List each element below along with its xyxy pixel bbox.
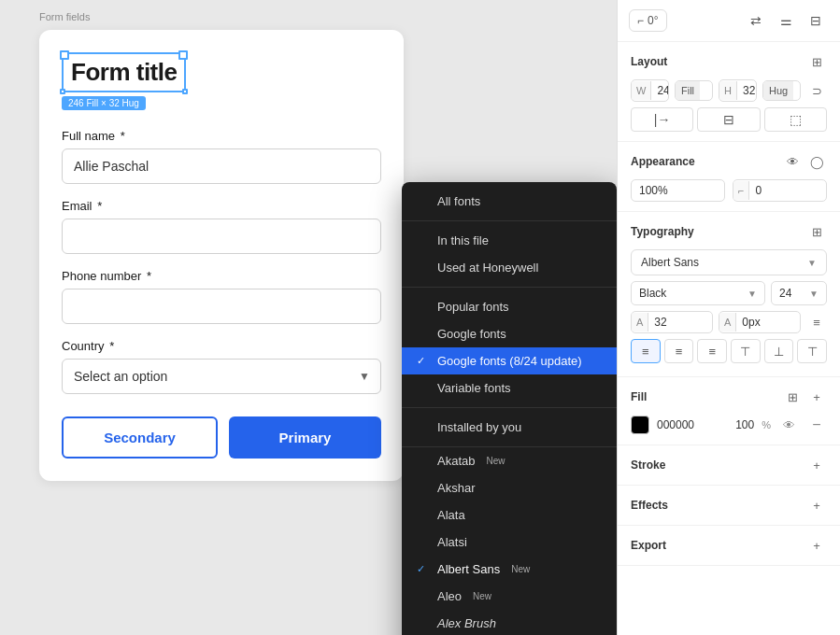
full-name-label: Full name *	[62, 129, 381, 143]
country-label: Country *	[62, 339, 381, 353]
fill-field[interactable]: Fill	[675, 80, 713, 101]
email-input[interactable]	[62, 219, 381, 254]
typography-options-icon[interactable]: ⊞	[806, 221, 827, 242]
primary-button[interactable]: Primary	[229, 416, 381, 459]
font-badge-albert-sans: New	[511, 564, 530, 574]
height-value: 32	[737, 80, 757, 101]
appearance-eye-icon[interactable]: 👁	[782, 151, 803, 172]
font-size-field[interactable]: 24 ▼	[771, 281, 827, 305]
font-item-all-fonts[interactable]: All fonts	[402, 188, 617, 215]
font-item-popular[interactable]: Popular fonts	[402, 293, 617, 320]
width-field[interactable]: W 246	[631, 79, 669, 102]
font-item-installed-label: Installed by you	[437, 420, 521, 434]
font-item-in-this-file[interactable]: In this file	[402, 227, 617, 254]
text-valign-middle-btn[interactable]: ⊥	[764, 339, 794, 363]
fill-color-swatch[interactable]	[631, 416, 649, 434]
font-weight-label: Black	[639, 287, 666, 300]
stroke-add-icon[interactable]: +	[806, 455, 827, 475]
width-value: 246	[651, 80, 669, 101]
layout-section-header: Layout ⊞	[631, 51, 827, 72]
font-item-variable-label: Variable fonts	[437, 381, 511, 395]
align-right-btn[interactable]: ⬚	[764, 107, 827, 132]
font-list-item-akatab[interactable]: Akatab New	[402, 447, 617, 474]
fill-options-icon[interactable]: ⊞	[782, 387, 803, 407]
font-item-google[interactable]: Google fonts	[402, 320, 617, 347]
phone-input[interactable]	[62, 289, 381, 324]
effects-section-header: Effects +	[631, 495, 827, 515]
font-item-popular-label: Popular fonts	[437, 300, 509, 314]
font-item-in-this-file-label: In this file	[437, 233, 489, 247]
hug-field[interactable]: Hug	[762, 80, 801, 101]
secondary-button[interactable]: Secondary	[62, 416, 218, 459]
typography-section-title: Typography	[631, 225, 694, 238]
layout-align-row: |→ ⊟ ⬚	[631, 107, 827, 132]
width-label: W	[632, 81, 651, 100]
font-list-item-akshar[interactable]: Akshar	[402, 474, 617, 501]
font-family-selector[interactable]: Albert Sans ▼	[631, 249, 827, 275]
effects-add-icon[interactable]: +	[806, 495, 827, 515]
font-weight-arrow-icon: ▼	[747, 289, 757, 299]
text-align-center-btn[interactable]: ≡	[664, 339, 694, 363]
distribute-icon[interactable]: ⚌	[773, 7, 799, 34]
corner-handle-br[interactable]	[182, 89, 188, 94]
font-item-used-at[interactable]: Used at Honeywell	[402, 254, 617, 281]
font-item-google-update[interactable]: ✓ Google fonts (8/24 update)	[402, 347, 617, 374]
corner-handle-bl[interactable]	[60, 89, 65, 94]
font-item-variable[interactable]: Variable fonts	[402, 374, 617, 402]
font-name-alatsi: Alatsi	[437, 535, 467, 549]
text-valign-top-btn[interactable]: ⊤	[731, 339, 761, 363]
form-fields-label: Form fields	[39, 11, 90, 22]
font-item-installed[interactable]: Installed by you	[402, 414, 617, 441]
align-left-btn[interactable]: |→	[631, 107, 693, 132]
typography-extra-icon[interactable]: ≡	[806, 312, 827, 332]
form-card: Form title 246 Fill × 32 Hug Full name *…	[39, 30, 404, 481]
fill-add-icon[interactable]: +	[806, 387, 827, 407]
form-title-box[interactable]: Form title	[62, 52, 186, 92]
align-icon[interactable]: ⊟	[803, 7, 829, 34]
canvas-area: Form fields Form title 246 Fill × 32 Hug…	[0, 0, 617, 635]
fill-opacity-symbol: %	[762, 419, 771, 430]
right-panel: ⌐ 0° ⇄ ⚌ ⊟ Layout ⊞ W 246 Fill H 32	[617, 0, 840, 635]
toolbar-icons-group: ⇄ ⚌ ⊟	[743, 7, 829, 34]
font-item-used-at-label: Used at Honeywell	[437, 261, 538, 275]
font-list-item-albert-sans[interactable]: ✓ Albert Sans New	[402, 556, 617, 583]
font-name-albert-sans: Albert Sans	[437, 562, 500, 576]
font-list-item-alata[interactable]: Alata	[402, 501, 617, 529]
full-name-input[interactable]	[62, 148, 381, 184]
height-field[interactable]: H 32	[719, 79, 757, 102]
font-list-item-aleo[interactable]: Aleo New	[402, 583, 617, 610]
letter-spacing-value: 0px	[736, 312, 765, 332]
phone-field-group: Phone number *	[62, 269, 381, 324]
country-select-wrapper: Select an option ▼	[62, 359, 381, 394]
rotation-value: 0°	[648, 14, 658, 27]
font-list-item-alex-brush[interactable]: Alex Brush	[402, 610, 617, 635]
flip-horizontal-icon[interactable]: ⇄	[743, 7, 769, 34]
letter-spacing-field[interactable]: A 0px	[719, 311, 801, 333]
appearance-controls-row: 100% ⌐ 0	[631, 179, 827, 202]
fill-remove-icon[interactable]: −	[806, 415, 827, 435]
opacity-field[interactable]: 100%	[631, 179, 725, 202]
line-height-field[interactable]: A 32	[631, 311, 713, 333]
corner-radius-field[interactable]: ⌐ 0	[733, 179, 827, 202]
font-list-item-alatsi[interactable]: Alatsi	[402, 529, 617, 556]
country-field-group: Country * Select an option ▼	[62, 339, 381, 394]
appearance-section-title: Appearance	[631, 155, 695, 168]
layout-options-icon[interactable]: ⊞	[806, 51, 827, 72]
font-section-installed: Installed by you	[402, 408, 617, 447]
text-valign-bottom-btn[interactable]: ⊤	[797, 339, 827, 363]
text-align-left-btn[interactable]: ≡	[631, 339, 661, 363]
fill-visibility-icon[interactable]: 👁	[778, 415, 799, 435]
appearance-options-icon[interactable]: ◯	[806, 151, 827, 172]
country-select[interactable]: Select an option	[62, 359, 381, 394]
align-center-btn[interactable]: ⊟	[697, 107, 760, 132]
proportional-lock-icon[interactable]: ⊃	[806, 80, 827, 101]
export-add-icon[interactable]: +	[806, 535, 827, 556]
effects-section-title: Effects	[631, 499, 668, 512]
full-name-field-group: Full name *	[62, 129, 381, 184]
panel-top-toolbar: ⌐ 0° ⇄ ⚌ ⊟	[618, 0, 840, 42]
font-dropdown[interactable]: All fonts In this file Used at Honeywell…	[402, 182, 617, 635]
font-weight-selector[interactable]: Black ▼	[631, 281, 765, 305]
text-align-right-btn[interactable]: ≡	[697, 339, 727, 363]
rotation-field[interactable]: ⌐ 0°	[629, 9, 667, 32]
stroke-section: Stroke +	[618, 445, 840, 486]
